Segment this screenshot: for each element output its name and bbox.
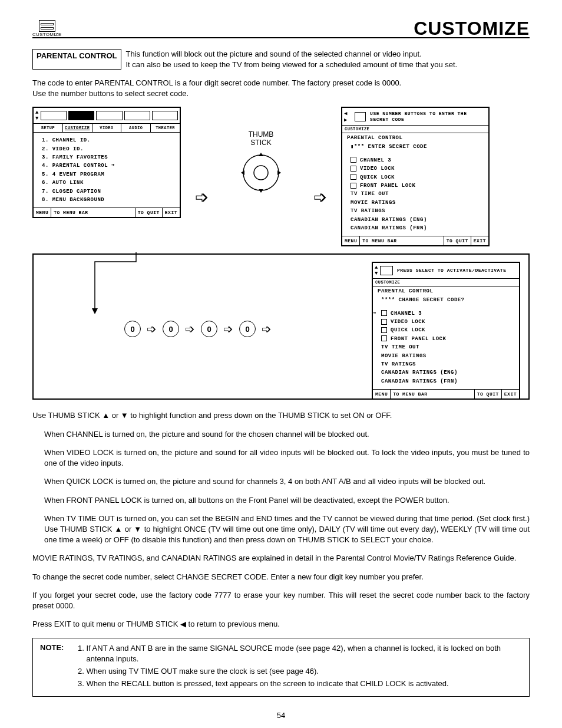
tab-customize: CUSTOMIZE (63, 124, 92, 132)
diagram-row-2: 0 ➩ 0 ➩ 0 ➩ 0 ➩ ▲▼ PRESS SELECT TO ACTIV… (32, 253, 530, 400)
note-box: NOTE: If ANT A and ANT B are in the same… (32, 638, 530, 697)
note-3: When the RECALL button is pressed, text … (86, 678, 522, 689)
p-ratings: MOVIE RATINGS, TV RATINGS, and CANADIAN … (32, 553, 530, 564)
code-para-1: The code to enter PARENTAL CONTROL is a … (32, 78, 530, 98)
updown-icon: ▲▼ (35, 110, 39, 121)
p-forget-code: If you forget your secret code, use the … (32, 590, 530, 611)
digit-3: 0 (239, 321, 256, 337)
menu-parental-control: 4. PARENTAL CONTROL ➜ (42, 162, 175, 170)
p-exit: Press EXIT to quit menu or THUMB STICK ◀… (32, 619, 530, 630)
thumbstick-icon (237, 149, 285, 196)
p-tv-timeout: When TV TIME OUT is turned on, you can s… (44, 513, 530, 545)
p-use-thumbstick: Use THUMB STICK ▲ or ▼ to highlight func… (32, 410, 530, 421)
tab-theater: THEATER (151, 124, 180, 132)
osd-enter-code: ◀ ▶ USE NUMBER BUTTONS TO ENTER THE SECR… (341, 107, 490, 246)
digit-1: 0 (163, 321, 179, 337)
osd-customize-menu: ▲▼ SETUP CUSTOMIZE VIDEO AUDIO THEATER 1… (32, 107, 181, 218)
arrow-right-icon: ➩ (185, 322, 195, 336)
customize-icon-label: CUSTOMIZE (32, 32, 62, 37)
diagram-row-1: ▲▼ SETUP CUSTOMIZE VIDEO AUDIO THEATER 1… (32, 107, 530, 246)
osd-activate: ▲▼ PRESS SELECT TO ACTIVATE/DEACTIVATE C… (372, 262, 520, 400)
svg-point-0 (243, 155, 279, 190)
page-header: CUSTOMIZE CUSTOMIZE (32, 18, 530, 38)
svg-point-1 (254, 166, 268, 180)
p-channel: When CHANNEL is turned on, the picture a… (44, 429, 530, 440)
note-1: If ANT A and ANT B are in the same SIGNA… (86, 643, 522, 664)
p-video-lock: When VIDEO LOCK is turned on, the pictur… (44, 447, 530, 468)
updown-icon: ▲▼ (375, 265, 378, 276)
arrow-right-icon: ➩ (223, 322, 233, 336)
intro-row: PARENTAL CONTROL This function will bloc… (32, 49, 530, 70)
arrow-right-icon: ➩ (147, 322, 157, 336)
digit-0: 0 (124, 321, 141, 337)
tab-audio: AUDIO (121, 124, 151, 132)
tab-video: VIDEO (92, 124, 122, 132)
leftright-icon: ◀ ▶ (344, 110, 353, 123)
arrow-right-icon: ➩ (262, 322, 272, 336)
tab-customize: CUSTOMIZE (342, 126, 488, 133)
p-change-code: To change the secret code number, select… (32, 572, 530, 582)
intro-text: This function will block out the picture… (126, 49, 530, 70)
note-label: NOTE: (40, 643, 64, 691)
p-front-panel: When FRONT PANEL LOCK is turned on, all … (44, 495, 530, 506)
thumbstick-diagram: THUMBSTICK (223, 107, 299, 196)
customize-icon: CUSTOMIZE (32, 20, 62, 37)
page-number: 54 (32, 711, 530, 720)
page-title: CUSTOMIZE (414, 18, 530, 39)
flow-line-icon (89, 252, 148, 323)
arrow-right-icon: ➩ (195, 146, 209, 207)
tab-setup: SETUP (34, 124, 63, 132)
parental-control-label: PARENTAL CONTROL (32, 49, 121, 70)
arrow-right-icon: ➩ (313, 146, 327, 207)
digit-2: 0 (201, 321, 217, 337)
p-quick-lock: When QUICK LOCK is turned on, the pictur… (44, 476, 530, 487)
note-2: When using TV TIME OUT make sure the clo… (86, 666, 522, 677)
